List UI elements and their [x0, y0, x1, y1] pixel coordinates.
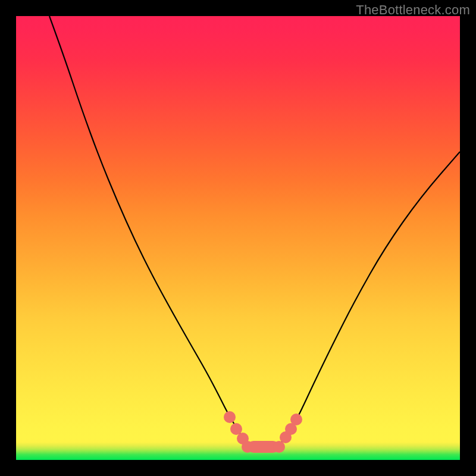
curve-svg: [16, 16, 460, 460]
curve-marker-dot: [224, 411, 236, 423]
curve-markers: [224, 411, 302, 453]
bottleneck-curve: [49, 16, 460, 447]
watermark-label: TheBottleneck.com: [356, 2, 470, 18]
chart-frame: TheBottleneck.com: [0, 0, 476, 476]
plot-area: [16, 16, 460, 460]
curve-marker-dot: [290, 414, 302, 425]
curve-marker-pill-cap: [242, 441, 253, 453]
